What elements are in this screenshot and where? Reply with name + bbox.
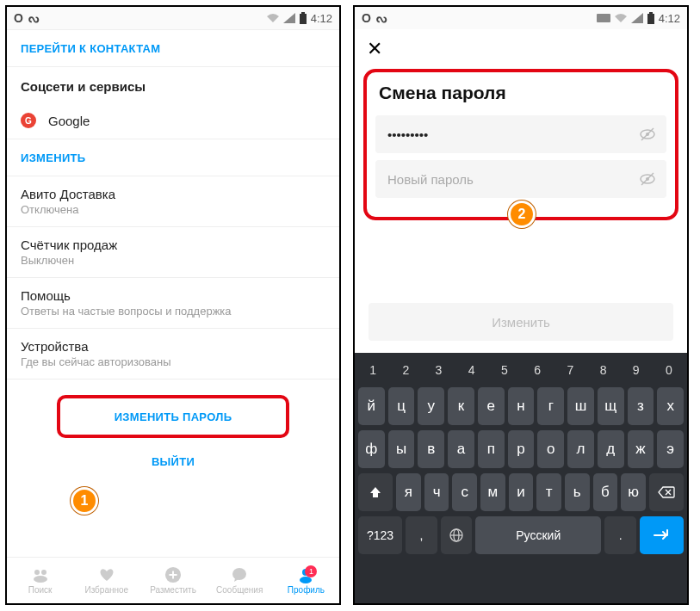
google-row[interactable]: G Google [7, 102, 339, 139]
key-6[interactable]: 6 [523, 358, 552, 382]
backspace-key[interactable] [649, 473, 684, 511]
logout-button[interactable]: ВЫЙТИ [152, 455, 195, 468]
key-с[interactable]: с [452, 473, 477, 511]
close-icon[interactable]: ✕ [367, 38, 382, 60]
key-ч[interactable]: ч [424, 473, 449, 511]
svg-point-8 [300, 577, 312, 583]
current-password-field[interactable] [375, 115, 666, 153]
shazam-icon: ᔓ [28, 11, 39, 25]
svg-rect-1 [301, 12, 305, 14]
svg-point-4 [34, 576, 47, 583]
key-ы[interactable]: ы [388, 430, 415, 468]
change-password-button[interactable]: ИЗМЕНИТЬ ПАРОЛЬ [57, 395, 289, 438]
globe-key[interactable] [441, 516, 473, 554]
svg-rect-0 [300, 14, 307, 24]
key-0[interactable]: 0 [654, 358, 684, 382]
key-к[interactable]: к [448, 387, 474, 425]
current-password-input[interactable] [387, 127, 639, 142]
key-о[interactable]: о [537, 430, 564, 468]
key-у[interactable]: у [418, 387, 444, 425]
list-item[interactable]: УстройстваГде вы сейчас авторизованы [7, 329, 339, 380]
num-row: 1234567890 [358, 358, 684, 382]
period-key[interactable]: . [604, 516, 636, 554]
key-н[interactable]: н [508, 387, 535, 425]
key-щ[interactable]: щ [598, 387, 624, 425]
new-password-field[interactable] [375, 160, 666, 198]
nav-post[interactable]: Разместить [139, 558, 206, 603]
key-ц[interactable]: ц [388, 387, 415, 425]
opera-icon: O [362, 11, 371, 25]
nav-profile[interactable]: 1Профиль [273, 558, 339, 603]
status-bar: Oᔓ 4:12 [7, 7, 339, 29]
key-ш[interactable]: ш [567, 387, 594, 425]
key-в[interactable]: в [418, 430, 444, 468]
key-е[interactable]: е [478, 387, 505, 425]
shazam-icon: ᔓ [376, 11, 387, 25]
chat-icon [231, 566, 248, 583]
key-7[interactable]: 7 [555, 358, 585, 382]
eye-off-icon[interactable] [639, 126, 656, 143]
nav-favorites[interactable]: Избранное [73, 558, 139, 603]
key-ж[interactable]: ж [628, 430, 654, 468]
key-8[interactable]: 8 [588, 358, 617, 382]
key-т[interactable]: т [536, 473, 561, 511]
submit-button[interactable]: Изменить [369, 303, 673, 341]
enter-key[interactable] [640, 516, 684, 554]
status-bar: Oᔓ 4:12 [355, 7, 687, 29]
social-header: Соцсети и сервисы [7, 67, 339, 102]
new-password-input[interactable] [387, 172, 639, 187]
key-ю[interactable]: ю [621, 473, 646, 511]
key-п[interactable]: п [478, 430, 505, 468]
contacts-link[interactable]: ПЕРЕЙТИ К КОНТАКТАМ [21, 42, 160, 55]
key-ь[interactable]: ь [565, 473, 590, 511]
signal-icon [283, 13, 295, 23]
key-3[interactable]: 3 [424, 358, 453, 382]
heart-icon [98, 566, 115, 583]
key-4[interactable]: 4 [457, 358, 486, 382]
key-р[interactable]: р [508, 430, 535, 468]
google-icon: G [21, 113, 36, 128]
key-1[interactable]: 1 [358, 358, 387, 382]
nav-search[interactable]: Поиск [7, 558, 73, 603]
list-item[interactable]: Счётчик продажВыключен [7, 227, 339, 278]
key-б[interactable]: б [593, 473, 618, 511]
shift-key[interactable] [358, 473, 393, 511]
comma-key[interactable]: , [406, 516, 437, 554]
key-2[interactable]: 2 [391, 358, 420, 382]
nav-messages[interactable]: Сообщения [207, 558, 273, 603]
signal-icon [631, 13, 643, 23]
key-9[interactable]: 9 [622, 358, 651, 382]
notification-badge: 1 [305, 565, 317, 577]
phone-change-password: Oᔓ 4:12 ✕ Смена пароля 2 Изменить 123456… [353, 5, 689, 605]
key-л[interactable]: л [567, 430, 594, 468]
key-ф[interactable]: ф [358, 430, 385, 468]
page-title: Смена пароля [379, 83, 666, 103]
key-э[interactable]: э [657, 430, 684, 468]
edit-link[interactable]: ИЗМЕНИТЬ [21, 151, 85, 164]
key-з[interactable]: з [628, 387, 654, 425]
list-item[interactable]: Авито ДоставкаОтключена [7, 176, 339, 227]
clock: 4:12 [311, 12, 332, 25]
svg-rect-11 [649, 12, 653, 14]
key-5[interactable]: 5 [490, 358, 519, 382]
key-а[interactable]: а [448, 430, 474, 468]
list-item[interactable]: ПомощьОтветы на частые вопросы и поддерж… [7, 278, 339, 329]
space-key[interactable]: Русский [475, 516, 601, 554]
key-row-3: ячсмитьбю [358, 473, 684, 511]
plus-circle-icon [164, 566, 182, 583]
key-я[interactable]: я [396, 473, 421, 511]
change-password-box: Смена пароля [363, 69, 678, 220]
key-row-2: фывапролджэ [358, 430, 684, 468]
symbols-key[interactable]: ?123 [358, 516, 402, 554]
eye-off-icon[interactable] [639, 170, 656, 188]
wifi-icon [266, 13, 280, 23]
phone-settings: Oᔓ 4:12 ПЕРЕЙТИ К КОНТАКТАМ Соцсети и се… [5, 5, 341, 605]
svg-rect-9 [597, 14, 610, 22]
key-д[interactable]: д [598, 430, 624, 468]
key-г[interactable]: г [537, 387, 564, 425]
key-й[interactable]: й [358, 387, 385, 425]
key-м[interactable]: м [480, 473, 505, 511]
key-х[interactable]: х [657, 387, 684, 425]
key-и[interactable]: и [509, 473, 534, 511]
clock: 4:12 [659, 12, 680, 25]
